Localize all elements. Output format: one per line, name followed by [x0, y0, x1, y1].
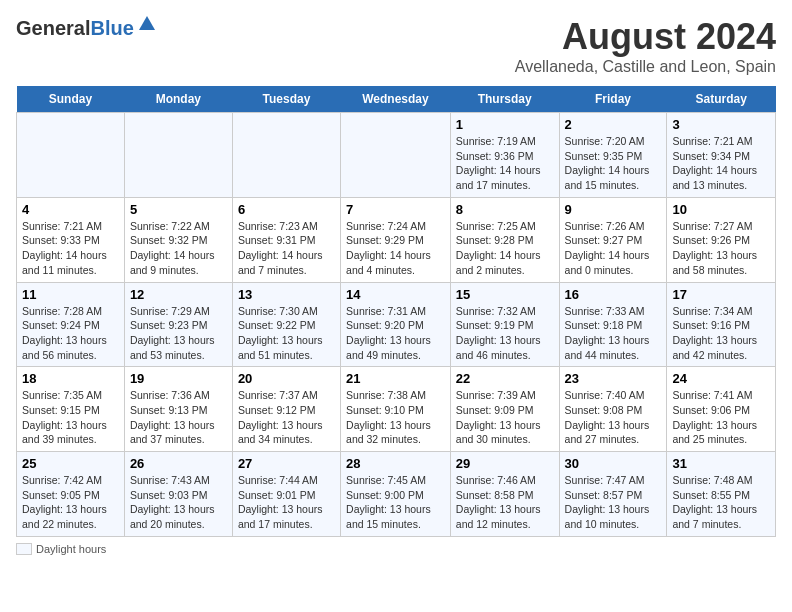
date-number: 11 — [22, 287, 119, 302]
day-header-wednesday: Wednesday — [341, 86, 451, 113]
cell-info: Sunrise: 7:38 AM Sunset: 9:10 PM Dayligh… — [346, 388, 445, 447]
date-number: 13 — [238, 287, 335, 302]
date-number: 10 — [672, 202, 770, 217]
cell-info: Sunrise: 7:43 AM Sunset: 9:03 PM Dayligh… — [130, 473, 227, 532]
calendar-cell: 30Sunrise: 7:47 AM Sunset: 8:57 PM Dayli… — [559, 452, 667, 537]
date-number: 24 — [672, 371, 770, 386]
day-header-thursday: Thursday — [450, 86, 559, 113]
cell-info: Sunrise: 7:30 AM Sunset: 9:22 PM Dayligh… — [238, 304, 335, 363]
date-number: 19 — [130, 371, 227, 386]
cell-info: Sunrise: 7:40 AM Sunset: 9:08 PM Dayligh… — [565, 388, 662, 447]
calendar-cell: 1Sunrise: 7:19 AM Sunset: 9:36 PM Daylig… — [450, 113, 559, 198]
day-header-saturday: Saturday — [667, 86, 776, 113]
date-number: 15 — [456, 287, 554, 302]
date-number: 27 — [238, 456, 335, 471]
day-header-friday: Friday — [559, 86, 667, 113]
calendar-cell: 8Sunrise: 7:25 AM Sunset: 9:28 PM Daylig… — [450, 197, 559, 282]
calendar-cell: 7Sunrise: 7:24 AM Sunset: 9:29 PM Daylig… — [341, 197, 451, 282]
cell-info: Sunrise: 7:35 AM Sunset: 9:15 PM Dayligh… — [22, 388, 119, 447]
calendar-cell — [232, 113, 340, 198]
date-number: 2 — [565, 117, 662, 132]
cell-info: Sunrise: 7:24 AM Sunset: 9:29 PM Dayligh… — [346, 219, 445, 278]
calendar-cell: 20Sunrise: 7:37 AM Sunset: 9:12 PM Dayli… — [232, 367, 340, 452]
calendar-cell: 12Sunrise: 7:29 AM Sunset: 9:23 PM Dayli… — [124, 282, 232, 367]
cell-info: Sunrise: 7:48 AM Sunset: 8:55 PM Dayligh… — [672, 473, 770, 532]
main-title: August 2024 — [515, 16, 776, 58]
logo-icon — [137, 14, 157, 34]
cell-info: Sunrise: 7:37 AM Sunset: 9:12 PM Dayligh… — [238, 388, 335, 447]
date-number: 16 — [565, 287, 662, 302]
date-number: 31 — [672, 456, 770, 471]
logo-blue-text: Blue — [90, 17, 133, 40]
subtitle: Avellaneda, Castille and Leon, Spain — [515, 58, 776, 76]
day-header-tuesday: Tuesday — [232, 86, 340, 113]
calendar-cell: 5Sunrise: 7:22 AM Sunset: 9:32 PM Daylig… — [124, 197, 232, 282]
daylight-label: Daylight hours — [36, 543, 106, 555]
cell-info: Sunrise: 7:42 AM Sunset: 9:05 PM Dayligh… — [22, 473, 119, 532]
date-number: 30 — [565, 456, 662, 471]
cell-info: Sunrise: 7:47 AM Sunset: 8:57 PM Dayligh… — [565, 473, 662, 532]
calendar-cell: 13Sunrise: 7:30 AM Sunset: 9:22 PM Dayli… — [232, 282, 340, 367]
calendar-cell: 25Sunrise: 7:42 AM Sunset: 9:05 PM Dayli… — [17, 452, 125, 537]
date-number: 26 — [130, 456, 227, 471]
calendar-cell: 16Sunrise: 7:33 AM Sunset: 9:18 PM Dayli… — [559, 282, 667, 367]
calendar-cell — [17, 113, 125, 198]
date-number: 6 — [238, 202, 335, 217]
date-number: 7 — [346, 202, 445, 217]
calendar-cell: 3Sunrise: 7:21 AM Sunset: 9:34 PM Daylig… — [667, 113, 776, 198]
page-header: General Blue August 2024 Avellaneda, Cas… — [16, 16, 776, 76]
calendar-cell: 14Sunrise: 7:31 AM Sunset: 9:20 PM Dayli… — [341, 282, 451, 367]
cell-info: Sunrise: 7:31 AM Sunset: 9:20 PM Dayligh… — [346, 304, 445, 363]
calendar-cell: 4Sunrise: 7:21 AM Sunset: 9:33 PM Daylig… — [17, 197, 125, 282]
calendar-cell: 6Sunrise: 7:23 AM Sunset: 9:31 PM Daylig… — [232, 197, 340, 282]
day-header-sunday: Sunday — [17, 86, 125, 113]
date-number: 21 — [346, 371, 445, 386]
svg-marker-0 — [139, 16, 155, 30]
cell-info: Sunrise: 7:23 AM Sunset: 9:31 PM Dayligh… — [238, 219, 335, 278]
calendar-cell — [124, 113, 232, 198]
logo-general-text: General — [16, 17, 90, 40]
cell-info: Sunrise: 7:44 AM Sunset: 9:01 PM Dayligh… — [238, 473, 335, 532]
cell-info: Sunrise: 7:45 AM Sunset: 9:00 PM Dayligh… — [346, 473, 445, 532]
cell-info: Sunrise: 7:46 AM Sunset: 8:58 PM Dayligh… — [456, 473, 554, 532]
date-number: 14 — [346, 287, 445, 302]
calendar-cell: 17Sunrise: 7:34 AM Sunset: 9:16 PM Dayli… — [667, 282, 776, 367]
calendar-cell: 23Sunrise: 7:40 AM Sunset: 9:08 PM Dayli… — [559, 367, 667, 452]
calendar-table: SundayMondayTuesdayWednesdayThursdayFrid… — [16, 86, 776, 537]
calendar-cell: 24Sunrise: 7:41 AM Sunset: 9:06 PM Dayli… — [667, 367, 776, 452]
cell-info: Sunrise: 7:32 AM Sunset: 9:19 PM Dayligh… — [456, 304, 554, 363]
calendar-cell: 11Sunrise: 7:28 AM Sunset: 9:24 PM Dayli… — [17, 282, 125, 367]
calendar-cell: 27Sunrise: 7:44 AM Sunset: 9:01 PM Dayli… — [232, 452, 340, 537]
daylight-box — [16, 543, 32, 555]
cell-info: Sunrise: 7:26 AM Sunset: 9:27 PM Dayligh… — [565, 219, 662, 278]
calendar-cell: 29Sunrise: 7:46 AM Sunset: 8:58 PM Dayli… — [450, 452, 559, 537]
date-number: 5 — [130, 202, 227, 217]
cell-info: Sunrise: 7:22 AM Sunset: 9:32 PM Dayligh… — [130, 219, 227, 278]
date-number: 8 — [456, 202, 554, 217]
date-number: 20 — [238, 371, 335, 386]
cell-info: Sunrise: 7:25 AM Sunset: 9:28 PM Dayligh… — [456, 219, 554, 278]
calendar-cell: 21Sunrise: 7:38 AM Sunset: 9:10 PM Dayli… — [341, 367, 451, 452]
cell-info: Sunrise: 7:33 AM Sunset: 9:18 PM Dayligh… — [565, 304, 662, 363]
date-number: 4 — [22, 202, 119, 217]
date-number: 23 — [565, 371, 662, 386]
calendar-cell: 19Sunrise: 7:36 AM Sunset: 9:13 PM Dayli… — [124, 367, 232, 452]
calendar-cell: 10Sunrise: 7:27 AM Sunset: 9:26 PM Dayli… — [667, 197, 776, 282]
cell-info: Sunrise: 7:41 AM Sunset: 9:06 PM Dayligh… — [672, 388, 770, 447]
cell-info: Sunrise: 7:20 AM Sunset: 9:35 PM Dayligh… — [565, 134, 662, 193]
calendar-cell: 31Sunrise: 7:48 AM Sunset: 8:55 PM Dayli… — [667, 452, 776, 537]
calendar-cell: 15Sunrise: 7:32 AM Sunset: 9:19 PM Dayli… — [450, 282, 559, 367]
calendar-cell: 18Sunrise: 7:35 AM Sunset: 9:15 PM Dayli… — [17, 367, 125, 452]
cell-info: Sunrise: 7:21 AM Sunset: 9:33 PM Dayligh… — [22, 219, 119, 278]
cell-info: Sunrise: 7:34 AM Sunset: 9:16 PM Dayligh… — [672, 304, 770, 363]
cell-info: Sunrise: 7:36 AM Sunset: 9:13 PM Dayligh… — [130, 388, 227, 447]
daylight-legend: Daylight hours — [16, 543, 106, 555]
calendar-cell: 9Sunrise: 7:26 AM Sunset: 9:27 PM Daylig… — [559, 197, 667, 282]
calendar-cell: 28Sunrise: 7:45 AM Sunset: 9:00 PM Dayli… — [341, 452, 451, 537]
calendar-cell: 22Sunrise: 7:39 AM Sunset: 9:09 PM Dayli… — [450, 367, 559, 452]
date-number: 1 — [456, 117, 554, 132]
cell-info: Sunrise: 7:27 AM Sunset: 9:26 PM Dayligh… — [672, 219, 770, 278]
logo: General Blue — [16, 16, 157, 40]
date-number: 12 — [130, 287, 227, 302]
cell-info: Sunrise: 7:19 AM Sunset: 9:36 PM Dayligh… — [456, 134, 554, 193]
